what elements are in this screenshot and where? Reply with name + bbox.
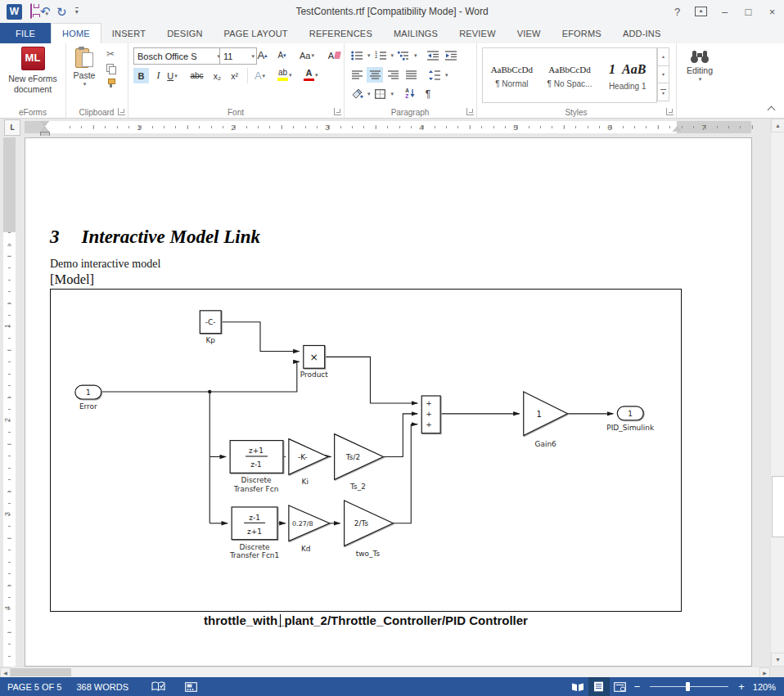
zoom-slider-thumb[interactable]	[686, 682, 690, 691]
underline-dropdown-icon[interactable]: ▾	[174, 73, 178, 79]
styles-more-button[interactable]: ▾	[657, 83, 669, 101]
help-button[interactable]: ?	[665, 0, 689, 23]
print-layout-button[interactable]	[588, 677, 610, 696]
left-indent-marker[interactable]	[41, 132, 49, 136]
numbering-dropdown-icon[interactable]: ▾	[391, 52, 394, 59]
word-count[interactable]: 368 WORDS	[69, 677, 136, 696]
multilevel-dropdown-icon[interactable]: ▾	[414, 52, 417, 59]
tab-page-layout[interactable]: PAGE LAYOUT	[214, 23, 299, 43]
maximize-button[interactable]: □	[737, 0, 760, 23]
horizontal-ruler[interactable]: 1 2 3 4 5 6 7	[25, 121, 751, 133]
clear-formatting-button[interactable]: A	[327, 47, 341, 63]
numbering-button[interactable]: 12	[372, 47, 389, 63]
align-right-button[interactable]	[385, 67, 401, 83]
font-name-combo[interactable]: Bosch Office S ▾	[133, 47, 223, 65]
copy-button[interactable]	[103, 61, 118, 75]
horizontal-scrollbar-thumb[interactable]	[11, 668, 71, 676]
tab-insert[interactable]: INSERT	[101, 23, 156, 43]
font-dialog-launcher[interactable]	[334, 108, 341, 115]
sort-button[interactable]: AZ	[402, 86, 418, 101]
simulink-model-image[interactable]: -C- Kp 1 Error × Product z+1 z-1 Discret	[50, 289, 682, 612]
customize-qat-button[interactable]: ▾	[75, 7, 79, 16]
model-caption[interactable]: throttle_with_plant_2/Throttle_Controlle…	[50, 613, 682, 627]
tab-home[interactable]: HOME	[51, 23, 101, 44]
tab-mailings[interactable]: MAILINGS	[383, 23, 448, 43]
tab-references[interactable]: REFERENCES	[299, 23, 383, 43]
subscript-button[interactable]: x₂	[210, 68, 224, 83]
vertical-scrollbar-thumb[interactable]	[772, 476, 784, 537]
text-effects-button[interactable]: A▾	[253, 68, 267, 83]
collapse-ribbon-button[interactable]	[768, 106, 774, 112]
zoom-out-button[interactable]: −	[631, 680, 644, 693]
tab-review[interactable]: REVIEW	[448, 23, 507, 43]
borders-dropdown-icon[interactable]: ▾	[391, 91, 394, 97]
first-line-indent-marker[interactable]	[41, 121, 49, 126]
minimize-button[interactable]: –	[713, 0, 737, 23]
zoom-percentage[interactable]: 120%	[748, 682, 784, 692]
shrink-font-button[interactable]: A▾	[275, 47, 289, 63]
hanging-indent-marker[interactable]	[41, 127, 49, 132]
highlight-dropdown-icon[interactable]: ▾	[289, 72, 292, 79]
line-spacing-button[interactable]	[426, 67, 443, 83]
tab-addins[interactable]: ADD-INS	[612, 23, 672, 43]
line-spacing-dropdown-icon[interactable]: ▾	[445, 72, 448, 79]
proofing-status-button[interactable]	[147, 677, 169, 696]
style-heading1[interactable]: 1 AaB Heading 1	[598, 48, 656, 102]
align-left-button[interactable]	[349, 67, 365, 83]
ribbon-display-options-button[interactable]: ▴	[689, 0, 713, 23]
shading-button[interactable]	[349, 86, 365, 101]
align-center-button[interactable]	[367, 67, 383, 83]
tab-file[interactable]: FILE	[0, 23, 51, 43]
styles-scroll-up-button[interactable]: ▴	[657, 47, 669, 66]
paragraph-dialog-launcher[interactable]	[466, 108, 474, 115]
tab-stop-selector[interactable]: L	[4, 119, 20, 136]
bullets-button[interactable]	[349, 47, 365, 63]
clipboard-dialog-launcher[interactable]	[118, 108, 125, 115]
word-app-icon[interactable]: W	[7, 4, 22, 20]
read-mode-button[interactable]	[567, 677, 588, 696]
editing-button[interactable]: Editing ▾	[683, 50, 717, 83]
zoom-in-button[interactable]: +	[735, 680, 748, 693]
undo-button[interactable]: ↶▾	[40, 4, 48, 19]
font-color-dropdown-icon[interactable]: ▾	[315, 72, 318, 79]
tab-eforms[interactable]: EFORMS	[552, 23, 612, 43]
bold-button[interactable]: B	[133, 68, 149, 83]
strikethrough-button[interactable]: abc	[190, 68, 204, 83]
tab-view[interactable]: VIEW	[507, 23, 552, 43]
show-hide-pilcrow-button[interactable]: ¶	[420, 86, 436, 101]
increase-indent-button[interactable]	[443, 47, 459, 63]
new-eforms-document-button[interactable]: ML New eForms document	[7, 47, 58, 95]
close-button[interactable]: ×	[760, 0, 784, 23]
paragraph-model-tag[interactable]: [Model]	[50, 272, 94, 288]
web-layout-button[interactable]	[610, 677, 631, 696]
font-size-combo[interactable]: 11 ▾	[219, 47, 257, 65]
bullets-dropdown-icon[interactable]: ▾	[367, 52, 371, 59]
horizontal-scrollbar[interactable]: ◀ ▶	[0, 667, 770, 677]
document-page[interactable]: 3Interactive Model Link Demo interactive…	[25, 137, 752, 667]
font-size-dropdown-icon[interactable]: ▾	[249, 53, 255, 60]
heading-1[interactable]: 3Interactive Model Link	[50, 227, 260, 248]
zoom-slider[interactable]	[650, 686, 728, 687]
right-indent-marker[interactable]	[673, 127, 681, 132]
shading-dropdown-icon[interactable]: ▾	[367, 91, 371, 97]
underline-button[interactable]: U▾	[165, 68, 179, 83]
vertical-ruler[interactable]: 1 2 3 4	[3, 137, 16, 667]
styles-dialog-launcher[interactable]	[666, 108, 674, 115]
undo-dropdown-icon[interactable]: ▾	[46, 11, 49, 16]
styles-scroll-down-button[interactable]: ▾	[657, 66, 669, 84]
change-case-button[interactable]: Aa▾	[300, 47, 314, 63]
vertical-scrollbar[interactable]: ▲ ▼	[770, 119, 784, 667]
format-painter-button[interactable]	[103, 76, 118, 90]
scroll-up-button[interactable]: ▲	[771, 119, 784, 132]
tab-design[interactable]: DESIGN	[156, 23, 213, 43]
highlight-color-button[interactable]: ab ▾	[277, 67, 292, 83]
paragraph-demo[interactable]: Demo interactive model	[50, 258, 160, 271]
paste-button[interactable]: Paste ▾	[70, 47, 98, 88]
paste-dropdown-icon[interactable]: ▾	[83, 81, 87, 88]
scroll-down-button[interactable]: ▼	[771, 653, 784, 667]
superscript-button[interactable]: x²	[228, 68, 241, 83]
macro-status-button[interactable]	[181, 677, 201, 696]
justify-button[interactable]	[403, 67, 419, 83]
cut-button[interactable]: ✂	[103, 47, 118, 61]
save-button[interactable]	[30, 4, 32, 19]
